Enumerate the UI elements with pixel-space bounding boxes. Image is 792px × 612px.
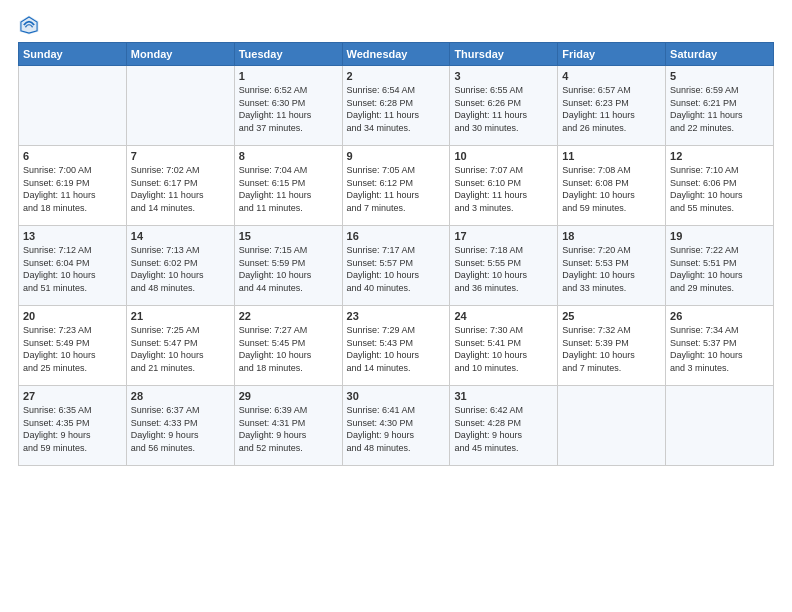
header-cell-wednesday: Wednesday: [342, 43, 450, 66]
day-info: Sunrise: 6:57 AM Sunset: 6:23 PM Dayligh…: [562, 84, 661, 134]
day-number: 2: [347, 70, 446, 82]
day-info: Sunrise: 7:10 AM Sunset: 6:06 PM Dayligh…: [670, 164, 769, 214]
day-number: 23: [347, 310, 446, 322]
day-info: Sunrise: 7:34 AM Sunset: 5:37 PM Dayligh…: [670, 324, 769, 374]
logo-icon: [18, 14, 40, 36]
header-cell-tuesday: Tuesday: [234, 43, 342, 66]
calendar-cell: 22Sunrise: 7:27 AM Sunset: 5:45 PM Dayli…: [234, 306, 342, 386]
calendar-cell: 4Sunrise: 6:57 AM Sunset: 6:23 PM Daylig…: [558, 66, 666, 146]
day-info: Sunrise: 7:29 AM Sunset: 5:43 PM Dayligh…: [347, 324, 446, 374]
header-cell-monday: Monday: [126, 43, 234, 66]
day-info: Sunrise: 6:37 AM Sunset: 4:33 PM Dayligh…: [131, 404, 230, 454]
header-cell-friday: Friday: [558, 43, 666, 66]
day-number: 17: [454, 230, 553, 242]
day-info: Sunrise: 7:25 AM Sunset: 5:47 PM Dayligh…: [131, 324, 230, 374]
day-number: 20: [23, 310, 122, 322]
day-info: Sunrise: 7:15 AM Sunset: 5:59 PM Dayligh…: [239, 244, 338, 294]
day-info: Sunrise: 7:13 AM Sunset: 6:02 PM Dayligh…: [131, 244, 230, 294]
day-info: Sunrise: 6:52 AM Sunset: 6:30 PM Dayligh…: [239, 84, 338, 134]
day-number: 26: [670, 310, 769, 322]
calendar-cell: 19Sunrise: 7:22 AM Sunset: 5:51 PM Dayli…: [666, 226, 774, 306]
calendar-body: 1Sunrise: 6:52 AM Sunset: 6:30 PM Daylig…: [19, 66, 774, 466]
day-number: 13: [23, 230, 122, 242]
day-number: 19: [670, 230, 769, 242]
day-info: Sunrise: 6:41 AM Sunset: 4:30 PM Dayligh…: [347, 404, 446, 454]
header: [18, 14, 774, 36]
day-number: 8: [239, 150, 338, 162]
logo: [18, 14, 44, 36]
calendar-row-0: 1Sunrise: 6:52 AM Sunset: 6:30 PM Daylig…: [19, 66, 774, 146]
calendar-cell: 23Sunrise: 7:29 AM Sunset: 5:43 PM Dayli…: [342, 306, 450, 386]
header-cell-thursday: Thursday: [450, 43, 558, 66]
header-cell-saturday: Saturday: [666, 43, 774, 66]
calendar-cell: 2Sunrise: 6:54 AM Sunset: 6:28 PM Daylig…: [342, 66, 450, 146]
day-info: Sunrise: 7:04 AM Sunset: 6:15 PM Dayligh…: [239, 164, 338, 214]
day-number: 6: [23, 150, 122, 162]
day-info: Sunrise: 7:20 AM Sunset: 5:53 PM Dayligh…: [562, 244, 661, 294]
calendar-cell: [126, 66, 234, 146]
calendar-cell: [558, 386, 666, 466]
day-info: Sunrise: 6:35 AM Sunset: 4:35 PM Dayligh…: [23, 404, 122, 454]
day-number: 27: [23, 390, 122, 402]
day-info: Sunrise: 6:59 AM Sunset: 6:21 PM Dayligh…: [670, 84, 769, 134]
calendar-row-3: 20Sunrise: 7:23 AM Sunset: 5:49 PM Dayli…: [19, 306, 774, 386]
day-info: Sunrise: 6:55 AM Sunset: 6:26 PM Dayligh…: [454, 84, 553, 134]
day-info: Sunrise: 7:00 AM Sunset: 6:19 PM Dayligh…: [23, 164, 122, 214]
calendar-cell: 24Sunrise: 7:30 AM Sunset: 5:41 PM Dayli…: [450, 306, 558, 386]
calendar-cell: 6Sunrise: 7:00 AM Sunset: 6:19 PM Daylig…: [19, 146, 127, 226]
day-number: 31: [454, 390, 553, 402]
calendar-row-1: 6Sunrise: 7:00 AM Sunset: 6:19 PM Daylig…: [19, 146, 774, 226]
calendar-header: SundayMondayTuesdayWednesdayThursdayFrid…: [19, 43, 774, 66]
day-number: 24: [454, 310, 553, 322]
calendar-cell: 17Sunrise: 7:18 AM Sunset: 5:55 PM Dayli…: [450, 226, 558, 306]
calendar-cell: 28Sunrise: 6:37 AM Sunset: 4:33 PM Dayli…: [126, 386, 234, 466]
day-info: Sunrise: 7:02 AM Sunset: 6:17 PM Dayligh…: [131, 164, 230, 214]
calendar-cell: 20Sunrise: 7:23 AM Sunset: 5:49 PM Dayli…: [19, 306, 127, 386]
day-number: 28: [131, 390, 230, 402]
day-info: Sunrise: 7:32 AM Sunset: 5:39 PM Dayligh…: [562, 324, 661, 374]
day-number: 10: [454, 150, 553, 162]
day-info: Sunrise: 6:39 AM Sunset: 4:31 PM Dayligh…: [239, 404, 338, 454]
header-row: SundayMondayTuesdayWednesdayThursdayFrid…: [19, 43, 774, 66]
day-number: 11: [562, 150, 661, 162]
calendar-cell: 10Sunrise: 7:07 AM Sunset: 6:10 PM Dayli…: [450, 146, 558, 226]
day-number: 5: [670, 70, 769, 82]
day-number: 4: [562, 70, 661, 82]
calendar-cell: 7Sunrise: 7:02 AM Sunset: 6:17 PM Daylig…: [126, 146, 234, 226]
calendar-cell: 13Sunrise: 7:12 AM Sunset: 6:04 PM Dayli…: [19, 226, 127, 306]
day-info: Sunrise: 7:23 AM Sunset: 5:49 PM Dayligh…: [23, 324, 122, 374]
calendar-cell: 21Sunrise: 7:25 AM Sunset: 5:47 PM Dayli…: [126, 306, 234, 386]
day-number: 29: [239, 390, 338, 402]
calendar-cell: [666, 386, 774, 466]
calendar-cell: 27Sunrise: 6:35 AM Sunset: 4:35 PM Dayli…: [19, 386, 127, 466]
day-number: 21: [131, 310, 230, 322]
calendar-row-2: 13Sunrise: 7:12 AM Sunset: 6:04 PM Dayli…: [19, 226, 774, 306]
calendar-cell: 8Sunrise: 7:04 AM Sunset: 6:15 PM Daylig…: [234, 146, 342, 226]
day-info: Sunrise: 7:08 AM Sunset: 6:08 PM Dayligh…: [562, 164, 661, 214]
day-number: 30: [347, 390, 446, 402]
calendar-cell: 1Sunrise: 6:52 AM Sunset: 6:30 PM Daylig…: [234, 66, 342, 146]
day-info: Sunrise: 7:18 AM Sunset: 5:55 PM Dayligh…: [454, 244, 553, 294]
calendar-cell: 29Sunrise: 6:39 AM Sunset: 4:31 PM Dayli…: [234, 386, 342, 466]
day-number: 3: [454, 70, 553, 82]
day-number: 12: [670, 150, 769, 162]
day-number: 7: [131, 150, 230, 162]
day-number: 9: [347, 150, 446, 162]
calendar-cell: 15Sunrise: 7:15 AM Sunset: 5:59 PM Dayli…: [234, 226, 342, 306]
calendar-cell: 12Sunrise: 7:10 AM Sunset: 6:06 PM Dayli…: [666, 146, 774, 226]
calendar-cell: 25Sunrise: 7:32 AM Sunset: 5:39 PM Dayli…: [558, 306, 666, 386]
header-cell-sunday: Sunday: [19, 43, 127, 66]
day-number: 22: [239, 310, 338, 322]
day-info: Sunrise: 7:05 AM Sunset: 6:12 PM Dayligh…: [347, 164, 446, 214]
calendar-cell: 14Sunrise: 7:13 AM Sunset: 6:02 PM Dayli…: [126, 226, 234, 306]
day-number: 14: [131, 230, 230, 242]
day-info: Sunrise: 7:07 AM Sunset: 6:10 PM Dayligh…: [454, 164, 553, 214]
day-info: Sunrise: 6:42 AM Sunset: 4:28 PM Dayligh…: [454, 404, 553, 454]
day-info: Sunrise: 7:27 AM Sunset: 5:45 PM Dayligh…: [239, 324, 338, 374]
calendar-row-4: 27Sunrise: 6:35 AM Sunset: 4:35 PM Dayli…: [19, 386, 774, 466]
page: SundayMondayTuesdayWednesdayThursdayFrid…: [0, 0, 792, 476]
calendar-cell: 16Sunrise: 7:17 AM Sunset: 5:57 PM Dayli…: [342, 226, 450, 306]
day-number: 15: [239, 230, 338, 242]
day-number: 25: [562, 310, 661, 322]
day-info: Sunrise: 6:54 AM Sunset: 6:28 PM Dayligh…: [347, 84, 446, 134]
